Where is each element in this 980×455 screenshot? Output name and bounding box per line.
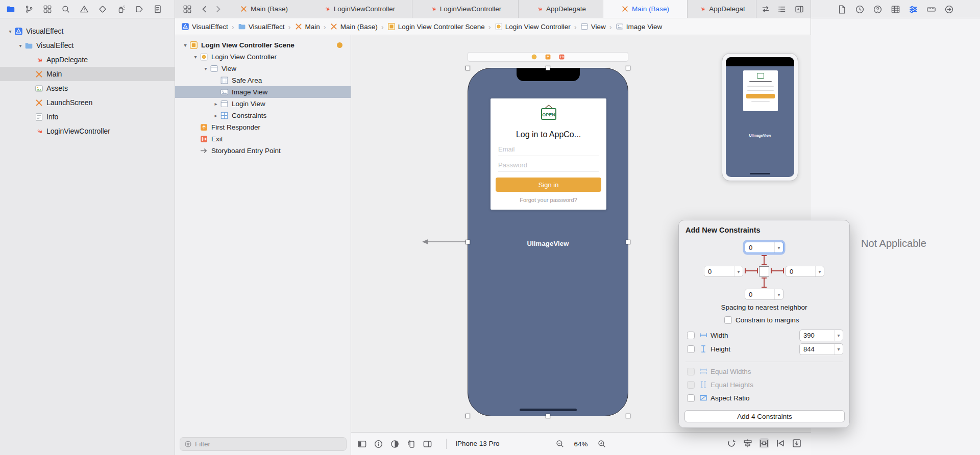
add-constraints-icon[interactable] — [759, 438, 769, 448]
tab-loginviewcontroller-1[interactable]: LoginViewController — [306, 0, 412, 18]
breadcrumb-item[interactable]: VisualEffect — [238, 22, 285, 31]
selection-handle-bottom-right[interactable] — [626, 414, 630, 418]
connections-inspector-icon[interactable] — [944, 5, 954, 14]
device-name-button[interactable]: iPhone 13 Pro — [456, 440, 500, 447]
disclosure-open-icon[interactable] — [191, 54, 200, 60]
outline-item-scene[interactable]: Login View Controller Scene — [175, 39, 351, 51]
height-checkbox[interactable] — [687, 345, 695, 353]
tab-main-base-active[interactable]: Main (Base) — [603, 0, 688, 18]
navigator-item-loginviewcontroller[interactable]: LoginViewController — [0, 124, 175, 138]
traits-info-icon[interactable] — [374, 439, 383, 449]
open-sign-image[interactable]: OPEN — [538, 104, 559, 122]
navigator-debug-icon[interactable] — [116, 5, 126, 14]
navigator-item-visualeffect-group[interactable]: VisualEffect — [0, 38, 175, 53]
login-card[interactable]: OPEN Log in to AppCo... Email Password S… — [491, 98, 606, 210]
history-inspector-icon[interactable] — [855, 5, 865, 14]
chevron-down-icon[interactable] — [734, 266, 743, 276]
disclosure-open-icon[interactable] — [16, 43, 24, 48]
email-field[interactable]: Email — [498, 145, 515, 153]
width-value-combo[interactable]: 390 — [799, 330, 843, 341]
height-value-combo[interactable]: 844 — [799, 343, 843, 355]
outline-item-view-controller[interactable]: Login View Controller — [175, 51, 351, 63]
selection-handle-bottom[interactable] — [546, 414, 550, 418]
adaptation-icon[interactable] — [423, 439, 432, 449]
chevron-down-icon[interactable] — [815, 266, 824, 276]
update-frames-icon[interactable] — [726, 438, 737, 448]
size-inspector-icon[interactable] — [926, 5, 936, 14]
identity-inspector-icon[interactable] — [891, 5, 900, 14]
top-beam-icon[interactable] — [764, 255, 765, 265]
chevron-down-icon[interactable] — [834, 344, 843, 355]
selection-handle-left[interactable] — [465, 240, 470, 244]
disclosure-open-icon[interactable] — [202, 66, 210, 71]
forward-icon[interactable] — [213, 5, 223, 14]
navigator-item-visualeffect-project[interactable]: VisualEffect — [0, 24, 175, 38]
view-controller-canvas[interactable]: OPEN Log in to AppCo... Email Password S… — [468, 68, 628, 416]
navigator-breakpoints-icon[interactable] — [135, 5, 144, 14]
top-constraint-combo[interactable]: 0 — [745, 242, 783, 253]
quick-help-inspector-icon[interactable] — [873, 5, 883, 14]
disclosure-open-icon[interactable] — [181, 42, 189, 48]
outline-item-exit[interactable]: Exit — [175, 133, 351, 145]
file-inspector-icon[interactable] — [837, 5, 847, 14]
selection-handle-right[interactable] — [626, 240, 630, 244]
align-icon[interactable] — [743, 438, 753, 448]
breadcrumb-item[interactable]: Login View Controller — [495, 22, 571, 31]
login-title-label[interactable]: Log in to AppCo... — [491, 130, 606, 139]
outline-item-constraints[interactable]: Constraints — [175, 110, 351, 121]
outline-item-image-view[interactable]: Image View — [175, 86, 351, 98]
navigator-item-assets[interactable]: Assets — [0, 81, 175, 95]
tab-appdelegate-2[interactable]: AppDelegat — [688, 0, 756, 18]
breadcrumb-item[interactable]: Image View — [616, 22, 662, 31]
aspect-ratio-checkbox[interactable] — [687, 394, 695, 402]
leading-constraint-combo[interactable]: 0 — [704, 266, 743, 277]
resolve-autolayout-icon[interactable] — [775, 438, 786, 448]
navigator-tests-icon[interactable] — [98, 5, 107, 14]
embed-icon[interactable] — [792, 438, 802, 448]
breadcrumb-item[interactable]: View — [580, 22, 606, 31]
first-responder-icon[interactable] — [545, 54, 551, 60]
disclosure-closed-icon[interactable] — [212, 101, 220, 107]
navigator-bookmarks-icon[interactable] — [43, 5, 52, 14]
navigator-source-control-icon[interactable] — [24, 5, 34, 14]
bottom-beam-icon[interactable] — [764, 277, 765, 288]
filter-input[interactable] — [195, 440, 342, 448]
back-icon[interactable] — [200, 5, 209, 14]
bottom-constraint-combo[interactable]: 0 — [745, 289, 783, 300]
navigator-item-appdelegate[interactable]: AppDelegate — [0, 53, 175, 67]
navigator-issues-icon[interactable] — [80, 5, 89, 14]
outline-item-first-responder[interactable]: First Responder — [175, 121, 351, 133]
trailing-beam-icon[interactable] — [771, 270, 784, 271]
navigator-item-launchscreen[interactable]: LaunchScreen — [0, 95, 175, 110]
attributes-inspector-icon[interactable] — [909, 5, 918, 14]
navigator-reports-icon[interactable] — [153, 5, 162, 14]
selection-handle-top-right[interactable] — [626, 66, 630, 70]
password-field[interactable]: Password — [498, 161, 527, 169]
chevron-down-icon[interactable] — [774, 289, 783, 299]
sign-in-button[interactable]: Sign in — [496, 178, 601, 192]
tab-overview-icon[interactable] — [183, 5, 192, 14]
breadcrumb-item[interactable]: Login View Controller Scene — [387, 22, 485, 31]
zoom-out-icon[interactable] — [555, 439, 565, 448]
outline-item-entry-point[interactable]: Storyboard Entry Point — [175, 145, 351, 157]
disclosure-open-icon[interactable] — [6, 29, 14, 34]
selection-handle-bottom-left[interactable] — [465, 414, 470, 418]
navigator-item-main[interactable]: Main — [0, 67, 175, 81]
selection-handle-top[interactable] — [546, 66, 550, 70]
constrain-to-margins-checkbox[interactable] — [724, 316, 732, 324]
breadcrumb-item[interactable]: Main — [295, 22, 320, 31]
trailing-constraint-combo[interactable]: 0 — [786, 266, 824, 277]
view-controller-icon[interactable] — [531, 54, 537, 60]
outline-item-view[interactable]: View — [175, 63, 351, 74]
leading-beam-icon[interactable] — [745, 270, 758, 271]
zoom-in-icon[interactable] — [597, 439, 606, 448]
exit-icon[interactable] — [558, 54, 565, 60]
tab-main-base-1[interactable]: Main (Base) — [222, 0, 306, 18]
chevron-down-icon[interactable] — [834, 330, 843, 341]
editor-options-icon[interactable] — [777, 5, 787, 14]
width-checkbox[interactable] — [687, 332, 695, 339]
orientation-icon[interactable] — [406, 439, 416, 449]
swap-editors-icon[interactable] — [761, 5, 770, 14]
add-constraints-button[interactable]: Add 4 Constraints — [684, 410, 845, 422]
zoom-level-button[interactable]: 64% — [572, 440, 590, 448]
